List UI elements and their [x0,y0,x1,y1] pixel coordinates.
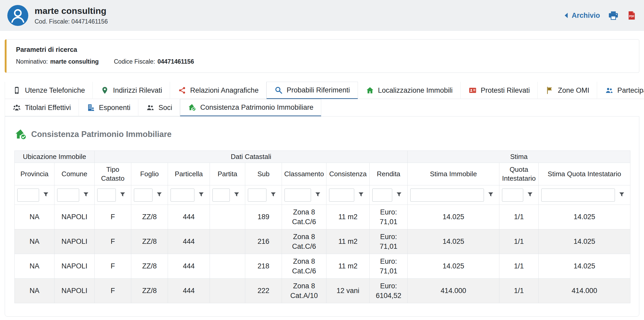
tab-partecipazioni[interactable]: Partecipazioni [597,82,644,99]
cell-partita [210,205,245,229]
funnel-icon [527,191,533,199]
print-button[interactable] [608,10,619,21]
col-tipo-catasto[interactable]: Tipo Catasto [95,163,131,185]
funnel-icon [358,191,364,199]
tab-titolari-effettivi[interactable]: Titolari Effettivi [5,99,79,116]
cell-foglio: ZZ/8 [131,229,168,254]
filter-input-particella[interactable] [171,189,194,202]
main-card: Consistenza Patrimonio Immobiliare Ubica… [5,116,639,317]
funnel-icon [198,191,205,199]
filter-button-tipo-catasto[interactable] [117,189,128,202]
archivio-link[interactable]: Archivio [562,11,600,20]
filter-input-quota-intestatario[interactable] [502,189,523,202]
filter-input-stima-immobile[interactable] [410,189,484,202]
cell-consistenza: 12 vani [326,279,370,303]
tab-consistenza-patrimonio-immobiliare[interactable]: Consistenza Patrimonio Immobiliare [180,99,321,116]
cell-stima-quota-intestatario: 14.025 [539,205,630,229]
col-foglio[interactable]: Foglio [131,163,168,185]
cell-tipo-catasto: F [95,279,131,303]
col-stima-immobile[interactable]: Stima Immobile [408,163,499,185]
tab-localizzazione-immobili[interactable]: Localizzazione Immobili [358,82,461,99]
tab-probabili-riferimenti[interactable]: Probabili Riferimenti [266,82,358,99]
filter-button-comune[interactable] [80,189,92,202]
filter-input-tipo-catasto[interactable] [97,189,116,202]
col-consistenza[interactable]: Consistenza [326,163,370,185]
funnel-icon [487,191,494,199]
tab-utenze-telefoniche[interactable]: Utenze Telefoniche [5,82,93,99]
page-title: marte consulting [35,6,108,16]
table-row: NA NAPOLI F ZZ/8 444 216 Zona 8 Cat.C/6 … [15,229,630,254]
col-quota-intestatario[interactable]: Quota Intestatario [499,163,539,185]
avatar [7,5,28,26]
filter-input-classamento[interactable] [285,189,311,202]
search-params-box: Parametri di ricerca Nominativo: marte c… [5,39,639,73]
cell-rendita: Euro: 71,01 [370,229,408,254]
fiscal-code-subtitle: Cod. Fiscale: 04471461156 [35,18,108,25]
filter-button-partita[interactable] [231,189,242,202]
filter-input-comune[interactable] [57,189,79,202]
back-arrow-icon [562,11,571,20]
filter-button-particella[interactable] [195,189,207,202]
cell-sub: 216 [245,229,282,254]
cell-comune: NAPOLI [54,254,95,279]
tab-relazioni-anagrafiche[interactable]: Relazioni Anagrafiche [170,82,266,99]
filter-input-sub[interactable] [248,189,266,202]
cell-classamento: Zona 8 Cat.C/6 [282,229,326,254]
pdf-export-button[interactable]: PDF [627,10,637,20]
filter-button-stima-immobile[interactable] [485,189,496,202]
cell-quota-intestatario: 1/1 [499,229,539,254]
cell-provincia: NA [15,205,54,229]
col-partita[interactable]: Partita [210,163,245,185]
filter-input-provincia[interactable] [17,189,39,202]
cell-foglio: ZZ/8 [131,254,168,279]
house-check-icon [14,128,27,141]
cell-sub: 222 [245,279,282,303]
tab-soci[interactable]: Soci [138,99,180,116]
cell-provincia: NA [15,229,54,254]
funnel-icon [83,191,89,199]
cell-foglio: ZZ/8 [131,279,168,303]
filter-row [15,185,630,205]
codice-fiscale-value: 04471461156 [157,58,194,65]
filter-input-stima-quota-intestatario[interactable] [541,189,615,202]
cell-particella: 444 [168,279,210,303]
col-comune[interactable]: Comune [54,163,95,185]
filter-button-sub[interactable] [268,189,279,202]
filter-button-quota-intestatario[interactable] [524,189,536,202]
filter-input-consistenza[interactable] [329,189,354,202]
filter-button-classamento[interactable] [312,189,324,202]
tab-protesti-rilevati[interactable]: Protesti Rilevati [461,82,538,99]
cell-stima-quota-intestatario: 414.000 [539,279,630,303]
col-particella[interactable]: Particella [168,163,210,185]
tab-label: Protesti Rilevati [481,86,530,95]
tab-label: Localizzazione Immobili [378,86,453,95]
filter-button-rendita[interactable] [393,189,405,202]
col-stima-quota-intestatario[interactable]: Stima Quota Intestatario [539,163,630,185]
funnel-icon [156,191,163,199]
cell-consistenza: 11 m2 [326,254,370,279]
filter-input-rendita[interactable] [372,189,392,202]
filter-input-foglio[interactable] [134,189,152,202]
filter-button-stima-quota-intestatario[interactable] [616,189,627,202]
filter-input-partita[interactable] [212,189,230,202]
tab-esponenti[interactable]: Esponenti [79,99,138,116]
tab-zone-omi[interactable]: Zone OMI [538,82,597,99]
section-title: Consistenza Patrimonio Immobiliare [14,128,630,141]
table-row: NA NAPOLI F ZZ/8 444 222 Zona 8 Cat.A/10… [15,279,630,303]
col-sub[interactable]: Sub [245,163,282,185]
filter-button-provincia[interactable] [40,189,52,202]
share-network-icon [178,86,186,95]
building-people-icon [87,103,95,112]
archivio-label: Archivio [572,12,600,20]
col-provincia[interactable]: Provincia [15,163,54,185]
col-rendita[interactable]: Rendita [370,163,408,185]
cell-comune: NAPOLI [54,205,95,229]
filter-button-consistenza[interactable] [355,189,367,202]
tab-label: Indirizzi Rilevati [113,86,162,95]
filter-button-foglio[interactable] [154,189,165,202]
cell-partita [210,279,245,303]
cell-consistenza: 11 m2 [326,229,370,254]
tab-label: Esponenti [99,104,130,112]
col-classamento[interactable]: Classamento [282,163,326,185]
tab-indirizzi-rilevati[interactable]: Indirizzi Rilevati [93,82,170,99]
